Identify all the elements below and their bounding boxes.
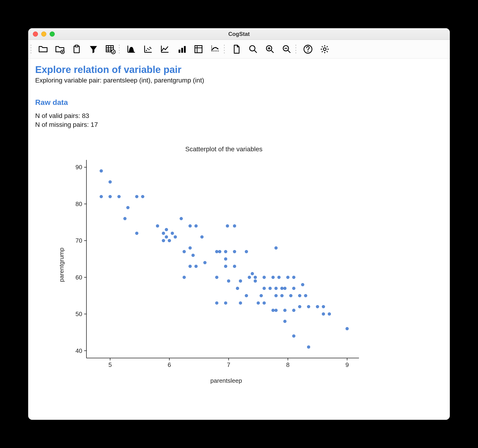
svg-point-78 <box>215 250 219 253</box>
svg-point-22 <box>323 48 326 51</box>
clipboard-icon[interactable] <box>68 42 85 57</box>
valid-pairs-label: N of valid pairs: 83 <box>35 111 443 120</box>
zoom-in-icon[interactable] <box>262 42 278 57</box>
svg-point-89 <box>254 279 257 282</box>
window-title: CogStat <box>28 31 450 37</box>
svg-point-82 <box>245 250 248 253</box>
svg-point-62 <box>156 224 159 228</box>
distribution-icon[interactable] <box>123 42 140 57</box>
scatterplot-container: Scatterplot of the variables parentgrump… <box>35 146 385 384</box>
app-window: CogStat <box>28 28 450 420</box>
svg-point-71 <box>189 246 192 250</box>
scatter-icon[interactable] <box>140 42 157 57</box>
minimize-window-button[interactable] <box>41 32 46 37</box>
fullscreen-window-button[interactable] <box>50 32 55 37</box>
svg-point-77 <box>183 275 186 279</box>
svg-point-130 <box>346 327 349 330</box>
svg-text:40: 40 <box>75 347 82 354</box>
svg-point-87 <box>227 279 230 282</box>
svg-point-70 <box>200 235 204 238</box>
svg-point-129 <box>292 334 295 338</box>
svg-point-61 <box>233 224 236 228</box>
filter-icon[interactable] <box>85 42 102 57</box>
svg-point-108 <box>274 294 278 297</box>
svg-point-110 <box>289 294 293 297</box>
svg-point-116 <box>257 301 260 304</box>
svg-point-84 <box>224 265 227 268</box>
toolbar <box>28 40 450 58</box>
svg-point-47 <box>100 169 103 173</box>
svg-point-111 <box>298 294 302 297</box>
pivot-table-icon[interactable] <box>190 42 207 57</box>
zoom-out-icon[interactable] <box>278 42 295 57</box>
svg-text:80: 80 <box>75 200 82 207</box>
svg-text:90: 90 <box>75 164 82 171</box>
svg-point-79 <box>218 250 221 253</box>
svg-point-58 <box>189 224 192 228</box>
data-grid-check-icon[interactable] <box>102 42 119 57</box>
svg-point-57 <box>180 217 183 220</box>
svg-point-124 <box>316 305 319 308</box>
svg-point-117 <box>263 301 266 304</box>
svg-point-51 <box>117 195 121 198</box>
svg-point-50 <box>108 195 112 198</box>
svg-point-107 <box>301 283 304 286</box>
svg-point-132 <box>274 246 278 250</box>
svg-point-109 <box>280 294 283 297</box>
window-controls <box>28 32 55 37</box>
svg-text:7: 7 <box>227 361 230 368</box>
svg-point-53 <box>141 195 145 198</box>
svg-text:50: 50 <box>75 310 82 317</box>
svg-point-7 <box>148 49 150 50</box>
svg-point-75 <box>195 265 198 268</box>
svg-point-122 <box>298 305 302 308</box>
open-folder-icon[interactable] <box>35 42 51 57</box>
toolbar-grip <box>295 43 299 56</box>
svg-point-88 <box>239 279 242 282</box>
svg-point-80 <box>224 250 227 253</box>
svg-text:8: 8 <box>286 361 289 368</box>
svg-point-5 <box>146 50 147 51</box>
svg-point-99 <box>286 275 289 279</box>
svg-point-16 <box>217 48 218 49</box>
svg-point-90 <box>251 272 254 275</box>
svg-point-96 <box>259 294 263 297</box>
svg-point-123 <box>307 305 310 308</box>
report-pane[interactable]: Explore relation of variable pair Explor… <box>28 58 450 420</box>
search-icon[interactable] <box>245 42 262 57</box>
svg-point-52 <box>135 195 138 198</box>
svg-point-81 <box>233 250 236 253</box>
svg-point-64 <box>162 231 165 235</box>
svg-point-106 <box>292 287 295 290</box>
close-window-button[interactable] <box>33 32 38 37</box>
svg-point-100 <box>292 275 295 279</box>
toolbar-grip <box>119 43 122 56</box>
svg-text:60: 60 <box>75 274 82 281</box>
svg-point-103 <box>274 287 278 290</box>
svg-point-91 <box>248 275 251 279</box>
svg-point-73 <box>191 254 195 257</box>
regression-icon[interactable] <box>207 42 224 57</box>
svg-point-113 <box>215 301 219 304</box>
svg-point-94 <box>236 287 239 290</box>
svg-point-72 <box>183 250 186 253</box>
svg-text:6: 6 <box>168 361 171 368</box>
svg-point-114 <box>224 301 227 304</box>
svg-text:70: 70 <box>75 237 82 244</box>
bar-chart-icon[interactable] <box>173 42 190 57</box>
new-doc-icon[interactable] <box>228 42 245 57</box>
svg-point-86 <box>215 275 219 279</box>
svg-point-121 <box>292 309 295 312</box>
report-subtitle: Exploring variable pair: parentsleep (in… <box>35 77 443 84</box>
svg-point-92 <box>254 275 257 279</box>
svg-point-54 <box>126 206 130 209</box>
svg-point-115 <box>239 301 242 304</box>
svg-point-76 <box>203 261 207 264</box>
open-folder-plus-icon[interactable] <box>51 42 68 57</box>
help-icon[interactable] <box>300 42 316 57</box>
y-axis-label: parentgrump <box>58 248 65 282</box>
svg-point-93 <box>263 275 266 279</box>
svg-point-95 <box>245 294 248 297</box>
settings-icon[interactable] <box>316 42 333 57</box>
line-chart-icon[interactable] <box>157 42 173 57</box>
